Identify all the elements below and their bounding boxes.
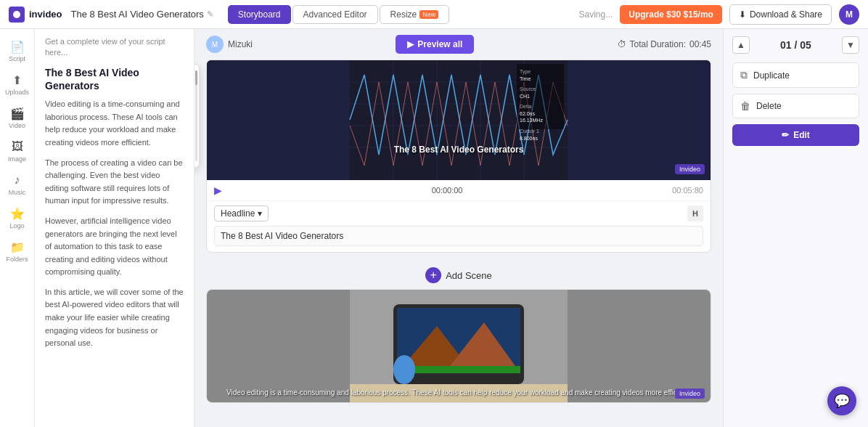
- script-para-2: The process of creating a video can be c…: [45, 157, 184, 208]
- add-scene-button[interactable]: +: [425, 267, 441, 283]
- clock-icon: ⏱: [618, 39, 626, 49]
- time-end: 00:05:80: [672, 186, 703, 195]
- topbar: invideo The 8 Best AI Video Generators ✎…: [0, 0, 868, 29]
- svg-text:Cursor 1: Cursor 1: [520, 129, 539, 134]
- music-icon: ♪: [10, 173, 25, 187]
- sidebar-item-folders[interactable]: 📁 Folders: [2, 235, 33, 267]
- delete-icon: 🗑: [740, 100, 750, 112]
- scene-video-overlay-text-2: Video editing is a time-consuming and la…: [207, 389, 711, 396]
- folders-icon: 📁: [10, 240, 25, 254]
- download-icon: ⬇: [739, 9, 746, 20]
- media-scrollbar: [195, 70, 197, 161]
- resize-label: Resize: [390, 9, 417, 20]
- delete-button[interactable]: 🗑 Delete: [732, 94, 859, 118]
- script-panel: Get a complete view of your script here.…: [35, 29, 195, 427]
- invideo-badge-2: Invideo: [675, 389, 705, 399]
- duplicate-icon: ⧉: [740, 69, 748, 81]
- preview-all-button[interactable]: ▶ Preview all: [396, 35, 474, 54]
- sidebar-item-logo[interactable]: ⭐ Logo: [2, 202, 33, 234]
- tab-resize[interactable]: Resize New: [380, 5, 450, 24]
- scene-card-inner: Type Time Source CH1 Delta 62.0ns 16.13M…: [207, 60, 711, 252]
- scene-card-2: Video editing is a time-consuming and la…: [206, 289, 711, 403]
- edit-icon: ✏: [782, 130, 789, 140]
- video-label: Video: [9, 122, 25, 129]
- music-label: Music: [9, 189, 26, 196]
- sidebar-item-script[interactable]: 📄 Script: [2, 35, 33, 67]
- sidebar-item-uploads[interactable]: ⬆ Uploads: [2, 68, 33, 100]
- script-para-1: Video editing is a time-consuming and la…: [45, 98, 184, 149]
- time-display: 00:00:00: [432, 186, 463, 195]
- chat-icon: 💬: [834, 393, 850, 409]
- image-label: Image: [8, 155, 26, 163]
- delete-label: Delete: [756, 101, 782, 111]
- video-icon: 🎬: [10, 106, 25, 121]
- logo: invideo: [9, 7, 62, 23]
- tab-storyboard[interactable]: Storyboard: [228, 5, 291, 24]
- sidebar-item-image[interactable]: 🖼 Image: [2, 135, 33, 167]
- scene-text-input[interactable]: [214, 226, 703, 246]
- icon-sidebar: 📄 Script ⬆ Uploads 🎬 Video 🖼 Image ♪ Mus…: [0, 29, 35, 427]
- logo-text: invideo: [29, 9, 62, 20]
- duplicate-label: Duplicate: [753, 70, 790, 81]
- media-popup: Media Drag & Drop Media: [195, 64, 200, 168]
- duration-info: ⏱ Total Duration: 00:45: [618, 39, 711, 49]
- main-area: 📄 Script ⬆ Uploads 🎬 Video 🖼 Image ♪ Mus…: [0, 29, 868, 427]
- script-hint: Get a complete view of your script here.…: [45, 36, 184, 59]
- new-badge: New: [419, 10, 438, 19]
- scene-text-section: Headline ▾ H: [207, 201, 711, 252]
- duration-value: 00:45: [689, 39, 711, 49]
- script-para-3: However, artificial intelligence video g…: [45, 215, 184, 279]
- sidebar-item-video[interactable]: 🎬 Video: [2, 102, 33, 134]
- h-badge: H: [687, 206, 703, 221]
- scene-counter: ▲ 01 / 05 ▼: [732, 36, 859, 54]
- headline-label: Headline: [221, 208, 255, 219]
- script-body: Video editing is a time-consuming and la…: [45, 98, 184, 350]
- svg-point-33: [393, 355, 415, 384]
- image-icon: 🖼: [10, 139, 25, 154]
- media-scroll-thumb: [195, 70, 197, 85]
- edit-title-icon[interactable]: ✎: [207, 9, 213, 19]
- svg-text:Time: Time: [520, 76, 531, 81]
- script-icon: 📄: [10, 39, 25, 54]
- scene-video-area: Type Time Source CH1 Delta 62.0ns 16.13M…: [207, 60, 711, 252]
- scene-card-1: Media Drag & Drop Media: [206, 60, 711, 253]
- headline-select[interactable]: Headline ▾: [214, 206, 269, 221]
- counter-next-button[interactable]: ▼: [842, 36, 859, 54]
- counter-text: 01 / 05: [780, 39, 811, 51]
- folders-label: Folders: [6, 256, 28, 263]
- scene-video-placeholder-2: Video editing is a time-consuming and la…: [207, 290, 711, 402]
- svg-text:62.0ns: 62.0ns: [520, 111, 536, 116]
- logo-icon: [9, 7, 25, 23]
- svg-text:Delta: Delta: [520, 104, 531, 109]
- script-panel-title: The 8 Best AI Video Generators: [45, 66, 184, 92]
- svg-rect-31: [397, 366, 520, 373]
- script-para-4: In this article, we will cover some of t…: [45, 286, 184, 350]
- script-label: Script: [9, 55, 25, 62]
- saving-status: Saving...: [579, 9, 613, 20]
- upgrade-button[interactable]: Upgrade $30 $15/mo: [620, 5, 722, 24]
- right-panel: ▲ 01 / 05 ▼ ⧉ Duplicate 🗑 Delete ✏ Edit: [723, 29, 868, 427]
- play-button[interactable]: ▶: [214, 184, 222, 196]
- duplicate-button[interactable]: ⧉ Duplicate: [732, 62, 859, 88]
- svg-text:CH1: CH1: [520, 94, 530, 99]
- edit-label: Edit: [793, 130, 810, 140]
- download-button[interactable]: ⬇ Download & Share: [729, 4, 832, 25]
- add-scene-row[interactable]: + Add Scene: [206, 261, 711, 289]
- user-avatar: M: [839, 4, 859, 25]
- download-label: Download & Share: [750, 9, 822, 20]
- sidebar-item-music[interactable]: ♪ Music: [2, 168, 33, 200]
- title-text: The 8 Best AI Video Generators: [71, 9, 204, 20]
- logo-sidebar-label: Logo: [9, 222, 24, 229]
- storyboard-top-bar: M Mizuki ▶ Preview all ⏱ Total Duration:…: [206, 35, 711, 54]
- uploads-label: Uploads: [5, 89, 29, 96]
- counter-prev-button[interactable]: ▲: [732, 36, 750, 54]
- logo-sidebar-icon: ⭐: [10, 206, 25, 221]
- edit-button[interactable]: ✏ Edit: [732, 124, 859, 146]
- tab-advanced-editor[interactable]: Advanced Editor: [292, 5, 378, 24]
- svg-text:16.13MHz: 16.13MHz: [520, 118, 543, 123]
- svg-text:Source: Source: [520, 86, 536, 92]
- topbar-right: Saving... Upgrade $30 $15/mo ⬇ Download …: [579, 4, 859, 25]
- chat-button[interactable]: 💬: [827, 386, 856, 415]
- svg-text:8.800ns: 8.800ns: [520, 136, 538, 141]
- user-avatar-small: M: [206, 36, 224, 53]
